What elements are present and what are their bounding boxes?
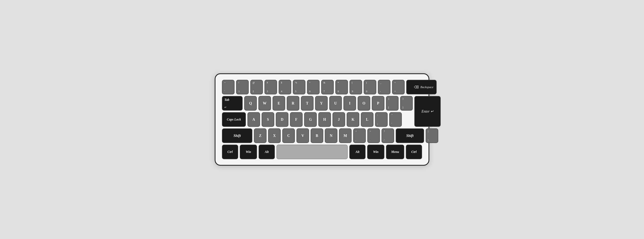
key-slash[interactable]: ? /	[382, 128, 394, 143]
key-backspace[interactable]: ⌫ Backspace	[406, 80, 436, 94]
key-4[interactable]: $ 4	[279, 80, 291, 94]
key-pipe[interactable]: | \	[426, 128, 438, 143]
key-t[interactable]: T	[301, 96, 314, 110]
key-ctrl-right[interactable]: Ctrl	[406, 144, 422, 159]
key-u[interactable]: U	[329, 96, 342, 110]
key-i[interactable]: I	[344, 96, 356, 110]
key-minus[interactable]: _ -	[378, 80, 390, 94]
key-capslock[interactable]: Caps Lock	[222, 112, 246, 127]
key-5[interactable]: % 5	[293, 80, 306, 94]
key-comma[interactable]: < ,	[353, 128, 366, 143]
key-3[interactable]: # 3	[264, 80, 277, 94]
key-p[interactable]: P	[372, 96, 384, 110]
key-b[interactable]: B	[311, 128, 323, 143]
key-a[interactable]: A	[248, 112, 260, 127]
key-period[interactable]: > .	[367, 128, 380, 143]
key-shift-right[interactable]: Shift	[396, 128, 424, 143]
key-8[interactable]: * 8	[335, 80, 348, 94]
key-l[interactable]: L	[361, 112, 374, 127]
key-win-right[interactable]: Win	[367, 144, 384, 159]
key-lbracket[interactable]: { [	[386, 96, 398, 110]
key-backtick[interactable]: ~ `	[222, 80, 234, 94]
key-menu[interactable]: Menu	[386, 144, 404, 159]
row-shift: Shift Z X C V B N M < , > . ? / Shift | …	[222, 128, 422, 143]
key-q[interactable]: Q	[244, 96, 257, 110]
keyboard: ~ ` ! 1 @ 2 # 3 $ 4 % 5 ^ 6 & 7	[215, 73, 429, 166]
key-6[interactable]: ^ 6	[307, 80, 320, 94]
key-equals[interactable]: + =	[392, 80, 405, 94]
key-9[interactable]: ( 9	[350, 80, 362, 94]
key-z[interactable]: Z	[254, 128, 266, 143]
key-win-left[interactable]: Win	[240, 144, 257, 159]
row-bottom: Ctrl Win Alt Alt Win Menu Ctrl	[222, 144, 422, 159]
key-alt-left[interactable]: Alt	[258, 144, 275, 159]
key-semicolon[interactable]: : ;	[375, 112, 388, 127]
key-s[interactable]: S	[262, 112, 274, 127]
key-g[interactable]: G	[304, 112, 317, 127]
key-quote[interactable]: " '	[389, 112, 402, 127]
key-d[interactable]: D	[276, 112, 288, 127]
key-n[interactable]: N	[325, 128, 338, 143]
key-y[interactable]: Y	[315, 96, 328, 110]
key-r[interactable]: R	[287, 96, 299, 110]
key-1[interactable]: ! 1	[236, 80, 249, 94]
key-f[interactable]: F	[290, 112, 302, 127]
key-shift-left[interactable]: Shift	[222, 128, 252, 143]
row-numbers: ~ ` ! 1 @ 2 # 3 $ 4 % 5 ^ 6 & 7	[222, 80, 422, 94]
key-2[interactable]: @ 2	[250, 80, 263, 94]
key-k[interactable]: K	[347, 112, 359, 127]
key-enter[interactable]: Enter ↵	[414, 96, 441, 127]
key-alt-right[interactable]: Alt	[349, 144, 366, 159]
key-e[interactable]: E	[272, 96, 285, 110]
key-0[interactable]: ) 0	[364, 80, 376, 94]
key-tab[interactable]: Tab ↵	[222, 96, 242, 110]
key-c[interactable]: C	[282, 128, 295, 143]
key-space[interactable]	[276, 144, 348, 159]
key-o[interactable]: O	[358, 96, 370, 110]
key-ctrl-left[interactable]: Ctrl	[222, 144, 238, 159]
key-m[interactable]: M	[339, 128, 352, 143]
key-rbracket[interactable]: } ]	[400, 96, 413, 110]
key-w[interactable]: W	[258, 96, 271, 110]
key-x[interactable]: X	[268, 128, 281, 143]
key-7[interactable]: & 7	[321, 80, 334, 94]
key-j[interactable]: J	[332, 112, 345, 127]
key-v[interactable]: V	[296, 128, 309, 143]
key-h[interactable]: H	[318, 112, 331, 127]
